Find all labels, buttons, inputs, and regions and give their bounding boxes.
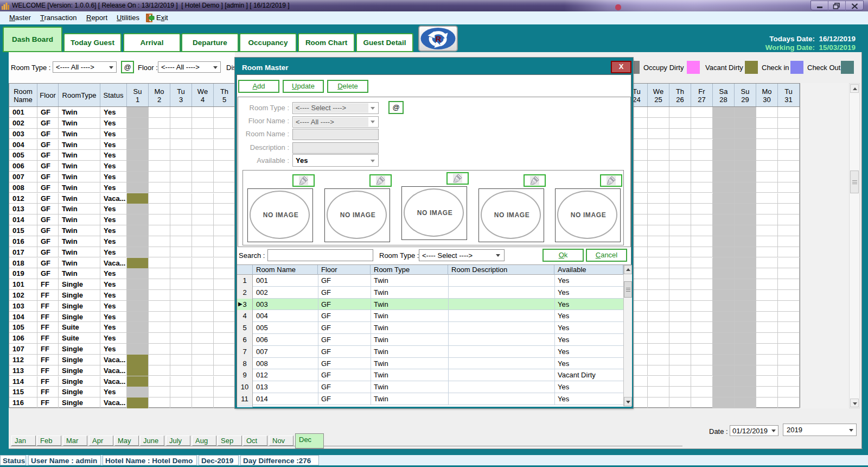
svg-text:R: R bbox=[436, 34, 442, 43]
